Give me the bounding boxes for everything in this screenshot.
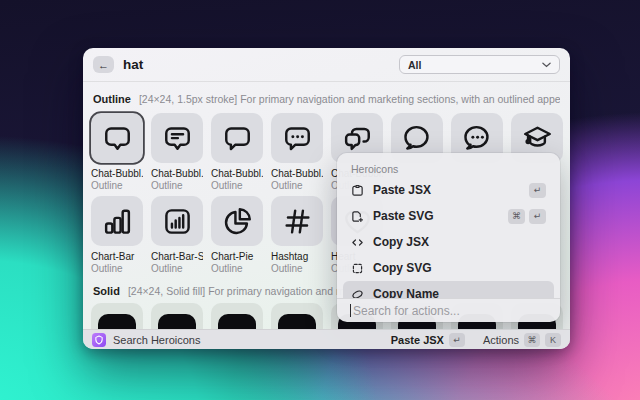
icon-name: Hashtag: [271, 251, 323, 262]
menu-item-label: Paste JSX: [373, 183, 431, 197]
icon-card[interactable]: Chart-PieOutline: [211, 196, 263, 274]
icon-name: Chat-Bubbl...: [91, 168, 143, 179]
chat-bubble-bottom-center-text-icon: [151, 113, 203, 163]
return-key-badge: ↵: [449, 333, 465, 347]
chevron-down-icon: [542, 62, 551, 68]
icon-card[interactable]: HashtagOutline: [271, 196, 323, 274]
menu-item-copy-name[interactable]: Copy Name: [343, 281, 554, 298]
shortcut-key-badge: ↵: [529, 183, 546, 198]
chart-pie-icon: [211, 196, 263, 246]
search-input[interactable]: hat: [123, 57, 143, 72]
solid-chat-bubble-icon: [271, 303, 323, 329]
icon-name: Chat-Bubbl...: [211, 168, 263, 179]
section-title: Outline: [93, 93, 131, 105]
menu-item-paste-jsx[interactable]: Paste JSX↵: [343, 177, 554, 203]
icon-name: Chart-Bar-S...: [151, 251, 203, 262]
icon-style-label: Outline: [271, 180, 323, 191]
menu-item-label: Copy Name: [373, 287, 439, 298]
icon-card[interactable]: Chat-Bubbl...Outline: [211, 113, 263, 191]
search-header: ← hat All: [83, 48, 570, 82]
solid-chat-bubble-icon: [151, 303, 203, 329]
shortcut-key-badge: ⌘: [508, 209, 525, 224]
heroicons-logo-icon: [92, 333, 106, 347]
copy-svg-icon: [351, 262, 364, 275]
icon-card[interactable]: Chat-Bubbl...Outline: [151, 113, 203, 191]
chat-bubble-left-ellipsis-icon: [271, 113, 323, 163]
icon-style-label: Outline: [211, 180, 263, 191]
hashtag-icon: [271, 196, 323, 246]
status-bar: Search Heroicons Paste JSX ↵ Actions ⌘ K: [83, 329, 570, 349]
chart-bar-icon: [91, 196, 143, 246]
icon-name: Chat-Bubbl...: [271, 168, 323, 179]
section-description: [24×24, 1.5px stroke] For primary naviga…: [139, 93, 560, 105]
solid-chat-bubble-icon: [91, 303, 143, 329]
menu-item-paste-svg[interactable]: Paste SVG⌘↵: [343, 203, 554, 229]
back-button[interactable]: ←: [93, 56, 114, 73]
icon-style-label: Outline: [211, 263, 263, 274]
icon-name: Chart-Pie: [211, 251, 263, 262]
icon-card[interactable]: Chart-BarOutline: [91, 196, 143, 274]
icon-style-label: Outline: [91, 263, 143, 274]
icon-card[interactable]: Chat-Bubbl...Outline: [271, 113, 323, 191]
desktop-background: ← hat All Outline [24×24, 1.5px stroke] …: [0, 0, 640, 400]
cmd-key-badge: ⌘: [524, 333, 540, 347]
icon-card[interactable]: Chart-Bar-S...Outline: [151, 196, 203, 274]
menu-item-label: Copy JSX: [373, 235, 429, 249]
icon-card[interactable]: [151, 303, 203, 329]
section-title: Solid: [93, 285, 120, 297]
actions-search-field[interactable]: Search for actions...: [337, 298, 560, 322]
menu-item-label: Paste SVG: [373, 209, 434, 223]
primary-action-button[interactable]: Paste JSX: [391, 334, 444, 346]
icon-name: Chat-Bubbl...: [151, 168, 203, 179]
category-dropdown-value: All: [408, 59, 421, 71]
chat-bubble-bottom-center-icon: [91, 113, 143, 163]
actions-button[interactable]: Actions: [483, 334, 519, 346]
app-name: Search Heroicons: [113, 334, 200, 346]
actions-menu: Heroicons Paste JSX↵Paste SVG⌘↵Copy JSXC…: [337, 153, 560, 322]
actions-menu-title: Heroicons: [351, 162, 560, 177]
copy-jsx-icon: [351, 236, 364, 249]
icon-card[interactable]: [91, 303, 143, 329]
icon-style-label: Outline: [151, 263, 203, 274]
text-caret: [350, 304, 351, 317]
icon-card[interactable]: Chat-Bubbl...Outline: [91, 113, 143, 191]
k-key-badge: K: [545, 333, 561, 347]
icon-card[interactable]: [211, 303, 263, 329]
icon-style-label: Outline: [271, 263, 323, 274]
paste-jsx-icon: [351, 184, 364, 197]
paste-svg-icon: [351, 210, 364, 223]
copy-name-icon: [351, 288, 364, 299]
actions-search-placeholder: Search for actions...: [353, 304, 460, 318]
menu-item-label: Copy SVG: [373, 261, 432, 275]
solid-chat-bubble-icon: [211, 303, 263, 329]
icon-name: Chart-Bar: [91, 251, 143, 262]
chat-bubble-left-icon: [211, 113, 263, 163]
shortcut-key-badge: ↵: [529, 209, 546, 224]
icon-card[interactable]: [271, 303, 323, 329]
menu-item-copy-svg[interactable]: Copy SVG: [343, 255, 554, 281]
chart-bar-square-icon: [151, 196, 203, 246]
category-dropdown[interactable]: All: [399, 55, 560, 74]
menu-item-copy-jsx[interactable]: Copy JSX: [343, 229, 554, 255]
icon-style-label: Outline: [151, 180, 203, 191]
icon-style-label: Outline: [91, 180, 143, 191]
outline-section-header: Outline [24×24, 1.5px stroke] For primar…: [93, 93, 560, 107]
